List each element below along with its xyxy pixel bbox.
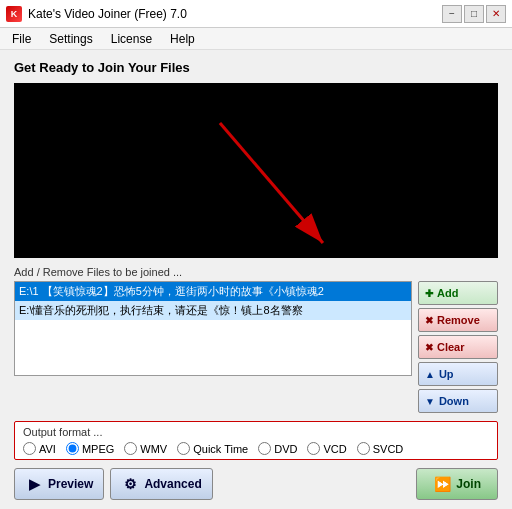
format-mpeg-label: MPEG [82, 443, 114, 455]
clear-icon: ✖ [425, 342, 433, 353]
clear-label: Clear [437, 341, 465, 353]
add-label: Add [437, 287, 458, 299]
format-avi[interactable]: AVI [23, 442, 56, 455]
remove-label: Remove [437, 314, 480, 326]
format-dvd-label: DVD [274, 443, 297, 455]
minimize-button[interactable]: − [442, 5, 462, 23]
advanced-button[interactable]: ⚙ Advanced [110, 468, 212, 500]
title-bar-left: K Kate's Video Joiner (Free) 7.0 [6, 6, 187, 22]
list-item[interactable]: E:\1 【笑镇惊魂2】恐怖5分钟，逛街两小时的故事《小镇惊魂2 [15, 282, 411, 301]
advanced-label: Advanced [144, 477, 201, 491]
maximize-button[interactable]: □ [464, 5, 484, 23]
preview-button[interactable]: ▶ Preview [14, 468, 104, 500]
menu-file[interactable]: File [4, 30, 39, 48]
up-label: Up [439, 368, 454, 380]
add-icon: ✚ [425, 288, 433, 299]
title-bar: K Kate's Video Joiner (Free) 7.0 − □ ✕ [0, 0, 512, 28]
title-bar-controls: − □ ✕ [442, 5, 506, 23]
up-icon: ▲ [425, 369, 435, 380]
clear-button[interactable]: ✖ Clear [418, 335, 498, 359]
format-vcd-label: VCD [323, 443, 346, 455]
bottom-left-buttons: ▶ Preview ⚙ Advanced [14, 468, 213, 500]
main-content: Get Ready to Join Your Files Add / Remov… [0, 50, 512, 509]
add-button[interactable]: ✚ Add [418, 281, 498, 305]
menu-license[interactable]: License [103, 30, 160, 48]
file-buttons: ✚ Add ✖ Remove ✖ Clear ▲ Up ▼ Down [418, 281, 498, 413]
menu-help[interactable]: Help [162, 30, 203, 48]
svg-line-1 [220, 123, 323, 243]
list-item[interactable]: E:\懂音乐的死刑犯，执行结束，请还是《惊！镇上8名警察 [15, 301, 411, 320]
remove-button[interactable]: ✖ Remove [418, 308, 498, 332]
advanced-icon: ⚙ [121, 475, 139, 493]
format-wmv-label: WMV [140, 443, 167, 455]
join-label: Join [456, 477, 481, 491]
format-mpeg[interactable]: MPEG [66, 442, 114, 455]
format-avi-label: AVI [39, 443, 56, 455]
window-title: Kate's Video Joiner (Free) 7.0 [28, 7, 187, 21]
section-title: Get Ready to Join Your Files [14, 60, 498, 75]
output-format-section: Output format ... AVI MPEG WMV Quick Tim… [14, 421, 498, 460]
files-section: E:\1 【笑镇惊魂2】恐怖5分钟，逛街两小时的故事《小镇惊魂2 E:\懂音乐的… [14, 281, 498, 413]
down-icon: ▼ [425, 396, 435, 407]
app-icon-letter: K [11, 9, 18, 19]
red-arrow-overlay [14, 83, 498, 258]
preview-icon: ▶ [25, 475, 43, 493]
format-quicktime-label: Quick Time [193, 443, 248, 455]
remove-icon: ✖ [425, 315, 433, 326]
down-button[interactable]: ▼ Down [418, 389, 498, 413]
join-icon: ⏩ [433, 475, 451, 493]
down-label: Down [439, 395, 469, 407]
output-format-label: Output format ... [23, 426, 489, 438]
menu-settings[interactable]: Settings [41, 30, 100, 48]
format-dvd[interactable]: DVD [258, 442, 297, 455]
format-options: AVI MPEG WMV Quick Time DVD VCD [23, 442, 489, 455]
bottom-buttons: ▶ Preview ⚙ Advanced ⏩ Join [14, 468, 498, 500]
format-wmv[interactable]: WMV [124, 442, 167, 455]
format-vcd[interactable]: VCD [307, 442, 346, 455]
video-preview [14, 83, 498, 258]
menu-bar: File Settings License Help [0, 28, 512, 50]
preview-label: Preview [48, 477, 93, 491]
join-button[interactable]: ⏩ Join [416, 468, 498, 500]
format-svcd[interactable]: SVCD [357, 442, 404, 455]
close-button[interactable]: ✕ [486, 5, 506, 23]
files-label: Add / Remove Files to be joined ... [14, 266, 498, 278]
up-button[interactable]: ▲ Up [418, 362, 498, 386]
format-svcd-label: SVCD [373, 443, 404, 455]
format-quicktime[interactable]: Quick Time [177, 442, 248, 455]
file-list[interactable]: E:\1 【笑镇惊魂2】恐怖5分钟，逛街两小时的故事《小镇惊魂2 E:\懂音乐的… [14, 281, 412, 376]
app-icon: K [6, 6, 22, 22]
